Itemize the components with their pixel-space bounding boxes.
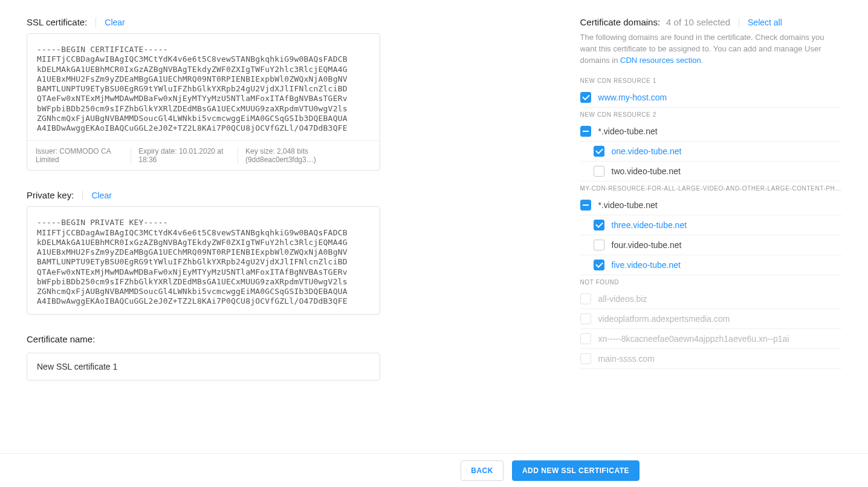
domain-group-label: MY-CDN-RESOURCE-FOR-ALL-LARGE-VIDEO-AND-… [580, 185, 841, 192]
domain-row[interactable]: two.video-tube.net [580, 162, 841, 181]
domain-row: xn-----8kcacneefae0aewn4ajppzh1aeve6u.xn… [580, 329, 841, 349]
divider [739, 18, 739, 27]
domain-text: www.my-host.com [598, 93, 667, 102]
domain-row: main-ssss.com [580, 349, 841, 369]
certificate-domains-desc: The following domains are found in the c… [580, 32, 841, 67]
domain-checkbox[interactable] [594, 146, 604, 157]
domain-text: two.video-tube.net [612, 166, 681, 176]
domain-row[interactable]: four.video-tube.net [580, 235, 841, 255]
domain-row[interactable]: www.my-host.com [580, 88, 841, 108]
private-key-box: -----BEGIN PRIVATE KEY----- MIIFTjCCBDag… [27, 206, 380, 314]
ssl-certificate-text[interactable]: -----BEGIN CERTIFICATE----- MIIFTjCCBDag… [27, 34, 380, 140]
keysize-label: Key size: 2,048 bits (9dd8eac0ert3fdg3…) [238, 147, 371, 164]
ssl-certificate-header: SSL certificate: Clear [27, 17, 380, 27]
certificate-name-label: Certificate name: [27, 334, 380, 344]
expiry-label: Expiry date: 10.01.2020 at 18:36 [131, 147, 238, 164]
domain-group-label: NEW CDN RESOURCE 2 [580, 111, 841, 118]
select-all-link[interactable]: Select all [748, 18, 782, 27]
add-certificate-button[interactable]: ADD NEW SSL CERTIFICATE [512, 460, 640, 481]
footer: BACK ADD NEW SSL CERTIFICATE [0, 453, 868, 487]
cdn-resources-link[interactable]: CDN resources section [620, 56, 701, 65]
domain-text: all-videos.biz [598, 294, 647, 304]
divider [96, 18, 96, 27]
private-key-clear-link[interactable]: Clear [91, 191, 111, 200]
domain-text: one.video-tube.net [612, 146, 682, 156]
ssl-certificate-box: -----BEGIN CERTIFICATE----- MIIFTjCCBDag… [27, 33, 380, 171]
domain-checkbox [580, 333, 591, 344]
divider [82, 191, 83, 200]
domain-text: three.video-tube.net [612, 220, 687, 230]
ssl-certificate-meta: Issuer: COMMODO CA Limited Expiry date: … [27, 140, 380, 170]
domain-row[interactable]: five.video-tube.net [580, 255, 841, 275]
domain-row[interactable]: *.video-tube.net [580, 122, 841, 142]
domain-row[interactable]: one.video-tube.net [580, 142, 841, 162]
domain-checkbox [580, 353, 591, 364]
issuer-label: Issuer: COMMODO CA Limited [36, 147, 131, 164]
domain-text: *.video-tube.net [598, 200, 658, 210]
domain-text: main-ssss.com [598, 354, 655, 364]
domain-text: videoplatform.adexpertsmedia.com [598, 314, 730, 324]
domain-checkbox [580, 293, 591, 304]
domain-checkbox[interactable] [594, 240, 604, 250]
domain-checkbox[interactable] [594, 220, 604, 230]
ssl-clear-link[interactable]: Clear [105, 18, 125, 27]
private-key-header: Private key: Clear [27, 190, 380, 200]
domain-text: *.video-tube.net [598, 126, 658, 136]
private-key-text[interactable]: -----BEGIN PRIVATE KEY----- MIIFTjCCBDag… [27, 207, 380, 313]
certificate-domains-title: Certificate domains: [580, 17, 661, 27]
domain-text: five.video-tube.net [612, 260, 681, 270]
domain-row: videoplatform.adexpertsmedia.com [580, 309, 841, 329]
domain-text: xn-----8kcacneefae0aewn4ajppzh1aeve6u.xn… [598, 334, 789, 344]
back-button[interactable]: BACK [461, 460, 504, 481]
domain-checkbox[interactable] [580, 200, 591, 211]
certificate-domains-header: Certificate domains: 4 of 10 selected Se… [580, 17, 841, 27]
domain-row[interactable]: *.video-tube.net [580, 195, 841, 215]
domain-group-label: NEW CDN RESOURCE 1 [580, 77, 841, 84]
domain-checkbox[interactable] [594, 260, 604, 270]
domain-row[interactable]: three.video-tube.net [580, 215, 841, 235]
domain-checkbox[interactable] [580, 92, 591, 103]
certificate-name-input[interactable] [27, 353, 380, 381]
private-key-label: Private key: [27, 190, 74, 200]
domain-checkbox[interactable] [594, 166, 604, 177]
domain-text: four.video-tube.net [612, 240, 682, 250]
ssl-certificate-label: SSL certificate: [27, 17, 87, 27]
domain-checkbox [580, 313, 591, 324]
desc-suffix: . [701, 56, 704, 65]
domain-checkbox[interactable] [580, 126, 591, 137]
certificate-domains-count: 4 of 10 selected [666, 17, 730, 27]
domain-row: all-videos.biz [580, 289, 841, 309]
domain-group-label: NOT FOUND [580, 279, 841, 286]
